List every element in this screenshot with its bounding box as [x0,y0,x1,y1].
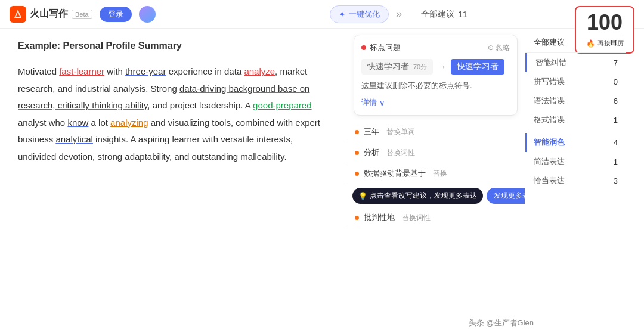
right-panel-item-format[interactable]: 格式错误 1 [525,110,626,129]
right-panel-total-count: 11 [609,38,618,47]
logo-text: 火山写作 [30,8,68,20]
word-score: 70分 [413,63,427,70]
volcano-logo-icon [10,6,26,23]
list-item[interactable]: 三年 替换单词 [346,122,525,142]
item-label: 恰当表达 [534,175,565,186]
item-label: 格式错误 [534,114,565,125]
suggestion-text: 分析 [364,147,379,158]
discover-button[interactable]: 发现更多表达 2 [487,188,525,204]
suggestions-label: 全部建议 [421,9,454,20]
dot-red-icon [361,45,366,50]
right-panel-item-concise[interactable]: 简洁表达 1 [525,152,626,171]
suggestion-text: 批判性地 [364,212,395,223]
chevron-down-icon: ∨ [379,98,385,107]
right-panel-header: 全部建议 11 [525,35,626,53]
popup-type-label: 标点问题 [370,42,401,53]
suggestion-sub: 替换词性 [402,213,431,223]
watermark: 头条 @生产者Glen [469,318,534,328]
main-content: Example: Personal Profile Summary Motiva… [0,29,644,332]
avatar[interactable] [139,6,156,23]
dot-orange-icon [355,216,359,220]
dot-orange-icon [355,130,359,134]
ignore-button[interactable]: ⊙ 忽略 [488,43,510,53]
suggestions-count: 11 [458,10,467,19]
beta-badge: Beta [72,10,92,19]
dot-orange-icon [355,172,359,176]
section-divider: 智能润色 4 [525,133,626,152]
section-label: 智能润色 [534,137,565,148]
bulb-icon: 💡 [358,192,367,200]
item-label: 智能纠错 [535,57,566,68]
right-panel-item-appropriate[interactable]: 恰当表达 3 [525,171,626,190]
list-item[interactable]: 批判性地 替换词性 [346,207,525,228]
item-count: 1 [614,116,618,125]
item-label: 拼写错误 [534,76,565,87]
topbar-center: ✦ 一键优化 » 全部建议 11 [163,5,634,23]
tooltip-bubble: 💡 点击查看改写建议，发现更多表达 [352,188,483,204]
word-suggested[interactable]: 快速学习者 [451,59,504,75]
section-count: 4 [614,138,618,147]
logo-area: 火山写作 Beta [10,6,92,23]
popup-card-header: 标点问题 ⊙ 忽略 [361,42,510,53]
highlight-know[interactable]: know [67,117,88,128]
popup-card-title: 标点问题 [361,42,401,53]
highlight-good-prepared[interactable]: good-prepared [253,100,311,110]
circle-icon: ⊙ [488,44,494,52]
word-original: 快速学习者 70分 [361,59,433,75]
doc-body: Motivated fast-learner with three-year e… [18,63,328,165]
editor-area[interactable]: Example: Personal Profile Summary Motiva… [0,29,346,332]
suggestion-sub: 替换词性 [386,148,415,158]
login-button[interactable]: 登录 [100,7,132,22]
highlight-analyze[interactable]: analyze [244,66,275,76]
suggestion-sub: 替换 [433,169,447,179]
doc-title: Example: Personal Profile Summary [18,41,328,51]
suggestion-panel: 标点问题 ⊙ 忽略 快速学习者 70分 → 快速学习者 这里建议删除不必要的标点… [346,29,525,332]
more-button[interactable]: » [394,8,404,20]
right-panel-item-smart-error[interactable]: 智能纠错 7 [525,53,626,72]
right-panel-section-polish[interactable]: 智能润色 4 [527,133,626,152]
list-item[interactable]: 分析 替换词性 [346,142,525,163]
popup-card-desc: 这里建议删除不必要的标点符号. [361,80,510,91]
optimize-label: 一键优化 [349,9,380,20]
tooltip-text: 点击查看改写建议，发现更多表达 [370,191,477,201]
tooltip-area: 💡 点击查看改写建议，发现更多表达 发现更多表达 2 [346,184,525,207]
detail-label: 详情 [361,97,377,108]
dot-orange-icon [355,151,359,155]
item-count: 3 [614,176,618,185]
suggestions-area: 全部建议 11 [421,9,467,20]
item-count: 1 [614,157,618,166]
suggestion-text: 数据驱动背景基于 [364,168,426,179]
popup-card: 标点问题 ⊙ 忽略 快速学习者 70分 → 快速学习者 这里建议删除不必要的标点… [354,35,518,116]
optimize-button[interactable]: ✦ 一键优化 [330,5,389,23]
suggestion-sub: 替换单词 [386,127,415,137]
topbar: 火山写作 Beta 登录 ✦ 一键优化 » 全部建议 11 100 🔥 再接再厉 [0,0,644,29]
right-panel: 全部建议 11 智能纠错 7 拼写错误 0 语法错误 6 格式错误 1 智能润色… [525,29,626,332]
discover-label: 发现更多表达 [494,191,525,201]
popup-card-detail[interactable]: 详情 ∨ [361,97,510,108]
word-comparison: 快速学习者 70分 → 快速学习者 [361,59,510,75]
ignore-label: 忽略 [496,43,510,53]
right-panel-item-spelling[interactable]: 拼写错误 0 [525,72,626,91]
right-panel-item-grammar[interactable]: 语法错误 6 [525,91,626,110]
item-count: 6 [614,97,618,106]
item-label: 语法错误 [534,95,565,106]
suggestion-text: 三年 [364,126,379,137]
list-item[interactable]: 数据驱动背景基于 替换 [346,163,525,184]
item-label: 简洁表达 [534,156,565,167]
right-panel-title: 全部建议 [534,37,565,48]
item-count: 7 [614,58,618,67]
star-icon: ✦ [339,10,346,19]
word-arrow-icon: → [438,62,446,72]
suggestion-item-with-tooltip: 数据驱动背景基于 替换 💡 点击查看改写建议，发现更多表达 发现更多表达 2 [346,163,525,207]
highlight-three-year[interactable]: three-year [125,66,166,76]
highlight-analytical[interactable]: analytical [55,134,93,144]
highlight-analyzing[interactable]: analyzing [110,117,148,128]
item-count: 0 [614,77,618,86]
highlight-fast-learner[interactable]: fast-learner [59,66,104,76]
